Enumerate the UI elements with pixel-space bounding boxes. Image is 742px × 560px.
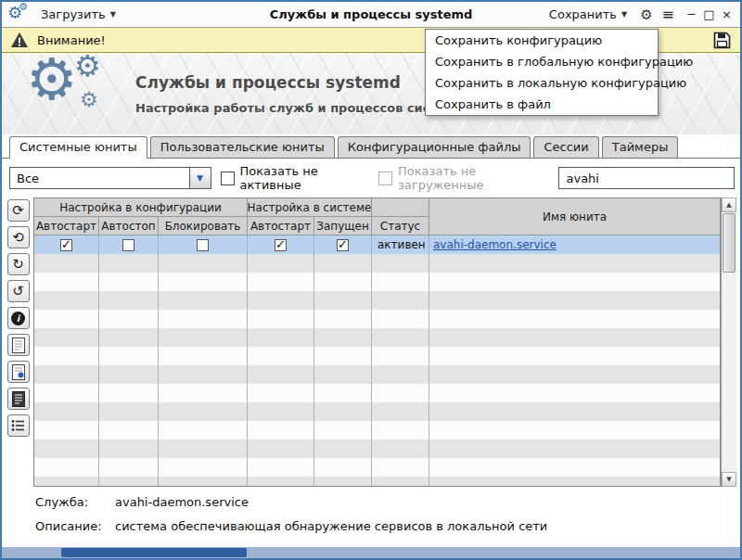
menu-item-save-to-file[interactable]: Сохранить в файл xyxy=(426,94,658,115)
chevron-down-icon: ▼ xyxy=(197,173,203,183)
table-empty-row[interactable] xyxy=(34,347,720,365)
gear-icon: ⚙ xyxy=(74,51,101,81)
table-empty-row[interactable] xyxy=(34,421,720,439)
tab-sessions[interactable]: Сессии xyxy=(533,136,598,158)
undo-icon: ↺ xyxy=(12,283,24,299)
app-gears-icon: ⚙ ⚙ xyxy=(7,5,30,25)
load-button-label: Загрузить xyxy=(41,7,106,21)
horizontal-scroll-thumb[interactable] xyxy=(61,548,247,557)
description-label: Описание: xyxy=(35,519,115,533)
config-file-button[interactable] xyxy=(7,334,30,356)
log-button[interactable] xyxy=(7,388,30,410)
header-unit-name[interactable]: Имя юнита xyxy=(429,198,720,235)
table-empty-row[interactable] xyxy=(34,439,720,458)
table-empty-row[interactable] xyxy=(34,273,720,291)
description-value: система обеспечивающая обнаружение серви… xyxy=(115,519,547,533)
redo-button[interactable]: ↻ xyxy=(7,253,30,275)
tab-user-units[interactable]: Пользовательские юниты xyxy=(150,136,335,158)
table-empty-row[interactable] xyxy=(34,402,720,421)
table-empty-row[interactable] xyxy=(34,254,720,273)
settings-gear-icon[interactable]: ⚙ xyxy=(640,6,652,23)
config-autostart-checkbox[interactable] xyxy=(60,239,72,251)
tab-system-units[interactable]: Системные юниты xyxy=(9,136,147,159)
system-running-checkbox[interactable] xyxy=(337,239,349,251)
show-inactive-checkbox[interactable] xyxy=(221,172,235,185)
unit-name-link[interactable]: avahi-daemon.service xyxy=(433,238,556,251)
save-button-label: Сохранить xyxy=(549,7,617,21)
table-empty-row[interactable] xyxy=(34,328,720,347)
titlebar: ⚙ ⚙ Загрузить ▼ Службы и процессы system… xyxy=(2,2,740,28)
header-config-autostop[interactable]: Автостоп xyxy=(99,217,159,235)
show-inactive-label: Показать не активные xyxy=(240,164,369,192)
unit-filter-value: Все xyxy=(10,168,189,188)
show-inactive-checkbox-group[interactable]: Показать не активные xyxy=(221,164,369,192)
close-button[interactable]: × xyxy=(719,7,735,21)
search-input[interactable] xyxy=(558,167,735,189)
scroll-up-button[interactable]: ▲ xyxy=(722,197,736,212)
header-config-autostart[interactable]: Автостарт xyxy=(34,217,99,235)
dependencies-button[interactable] xyxy=(7,414,30,437)
refresh-button[interactable]: ⟳ xyxy=(7,199,30,222)
tab-config-files[interactable]: Конфигурационные файлы xyxy=(338,136,531,158)
menu-item-save-global-config[interactable]: Сохранить в глобальную конфигурацию xyxy=(426,51,658,72)
header-status[interactable]: Статус xyxy=(372,217,429,235)
tab-timers[interactable]: Таймеры xyxy=(602,136,679,158)
details-panel: Служба: avahi-daemon.service Описание: с… xyxy=(2,487,740,547)
header-group-config: Настройка в конфигурации xyxy=(34,198,248,217)
undo-button[interactable]: ↺ xyxy=(7,280,30,302)
config-block-checkbox[interactable] xyxy=(197,239,209,251)
tab-bar: Системные юниты Пользовательские юниты К… xyxy=(2,134,740,159)
menu-item-save-config[interactable]: Сохранить конфигурацию xyxy=(426,30,658,51)
maximize-button[interactable]: □ xyxy=(701,7,717,21)
header-config-block[interactable]: Блокировать xyxy=(159,217,248,235)
cell-unit-name: avahi-daemon.service xyxy=(429,235,720,254)
load-button[interactable]: Загрузить ▼ xyxy=(37,6,120,23)
vertical-scrollbar[interactable]: ▲ ▼ xyxy=(721,197,736,487)
service-label: Служба: xyxy=(35,495,115,509)
table-empty-row[interactable] xyxy=(34,458,720,477)
save-button[interactable]: Сохранить ▼ xyxy=(545,6,631,23)
show-unloaded-label: Показать не загруженные xyxy=(398,164,550,192)
reload-history-button[interactable]: ⟲ xyxy=(7,226,30,248)
gear-icon: ⚙ xyxy=(26,51,78,108)
menu-item-save-local-config[interactable]: Сохранить в локальную конфигурацию xyxy=(426,72,658,94)
chevron-down-icon: ▼ xyxy=(621,10,627,19)
minimize-button[interactable]: ─ xyxy=(684,7,699,21)
system-autostart-checkbox[interactable] xyxy=(275,239,287,251)
table-body: активен avahi-daemon.service xyxy=(34,235,720,486)
table-empty-row[interactable] xyxy=(34,310,720,328)
header-group-spacer xyxy=(372,198,429,217)
refresh-icon: ⟳ xyxy=(12,202,24,219)
cell-config-autostart xyxy=(34,235,99,254)
redo-icon: ↻ xyxy=(12,256,24,273)
header-system-running[interactable]: Запущен xyxy=(314,217,372,235)
show-unloaded-checkbox xyxy=(378,172,392,185)
save-disk-icon[interactable] xyxy=(712,31,732,50)
service-value: avahi-daemon.service xyxy=(115,495,249,509)
banner-title: Службы и процессы systemd xyxy=(135,73,466,92)
table-empty-row[interactable] xyxy=(34,291,720,310)
unit-file-button[interactable] xyxy=(7,361,30,383)
unit-filter-select[interactable]: Все ▼ xyxy=(9,167,211,189)
cell-system-autostart xyxy=(248,235,314,254)
arrow-down-icon: ▼ xyxy=(726,476,731,483)
info-button[interactable]: i xyxy=(7,307,30,329)
units-table-wrap: Настройка в конфигурации Настройка в сис… xyxy=(33,197,736,487)
scroll-down-button[interactable]: ▼ xyxy=(722,472,736,487)
banner-subtitle: Настройка работы служб и процессов систе… xyxy=(135,101,466,115)
vertical-scroll-track[interactable] xyxy=(722,212,736,472)
gear-icon: ⚙ xyxy=(80,90,98,110)
menu-icon[interactable]: ≡ xyxy=(662,6,674,23)
table-empty-row[interactable] xyxy=(34,384,720,402)
combo-dropdown-button[interactable]: ▼ xyxy=(189,168,211,188)
table-row[interactable]: активен avahi-daemon.service xyxy=(34,235,720,254)
config-autostop-checkbox[interactable] xyxy=(122,239,134,251)
document-edit-icon xyxy=(12,364,25,380)
header-system-autostart[interactable]: Автостарт xyxy=(248,217,314,235)
arrow-up-icon: ▲ xyxy=(726,201,731,209)
table-empty-row[interactable] xyxy=(34,365,720,384)
horizontal-scrollbar[interactable] xyxy=(2,547,740,558)
table-empty-row[interactable] xyxy=(34,477,720,486)
bullet-list-icon xyxy=(11,419,25,432)
vertical-scroll-thumb[interactable] xyxy=(723,213,736,273)
